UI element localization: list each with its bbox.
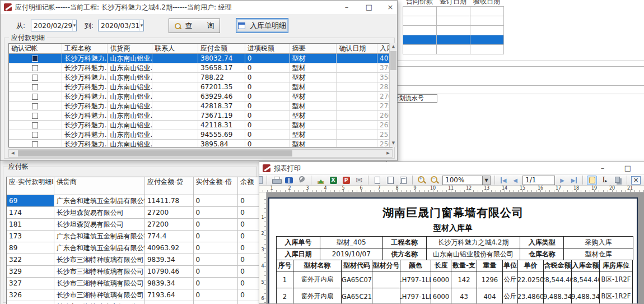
tax-cell[interactable]: 0 — [245, 54, 290, 63]
inbound-detail-button[interactable]: 入库单明细 — [236, 18, 288, 33]
table-row[interactable]: 326 长沙市三湘特种玻璃有限公司 7193.64 0 0 — [7, 289, 269, 301]
table-row-selected[interactable] — [403, 35, 504, 44]
tax-cell[interactable]: 0 — [245, 121, 290, 130]
table-row[interactable]: 327 长沙市三湘特种玻璃有限公司 9839.34 0 0 — [7, 278, 269, 289]
table-row[interactable]: 长沙万科魅力... 山东南山铝业... 788.22 0 型材 358 — [9, 73, 392, 82]
supplier-cell[interactable]: 长沙坦森贸易有限公司 — [54, 219, 145, 231]
supplier-cell[interactable]: 长沙市三湘特种玻璃有限公司 — [54, 266, 145, 278]
confirm-checkbox[interactable] — [32, 103, 38, 109]
confirm-checkbox[interactable] — [32, 75, 38, 81]
tax-cell[interactable]: 0 — [245, 92, 290, 102]
project-cell[interactable]: 长沙万科魅力... — [62, 73, 108, 82]
credit-cell[interactable]: 11411.78 — [145, 195, 194, 207]
table-row[interactable]: 322 长沙市三湘特种玻璃有限公司 9839.34 0 0 — [7, 254, 269, 266]
confirm-checkbox[interactable] — [32, 122, 38, 128]
summary-cell[interactable]: 型材 — [290, 63, 337, 73]
id-cell[interactable]: 326 — [7, 289, 54, 301]
tax-cell[interactable]: 0 — [245, 140, 290, 147]
project-cell[interactable]: 长沙万科魅力... — [62, 130, 108, 140]
project-cell[interactable]: 长沙万科魅力... — [62, 111, 108, 121]
confirm-checkbox[interactable] — [32, 113, 38, 119]
confirm-checkbox[interactable] — [32, 94, 38, 100]
table-row[interactable] — [403, 44, 504, 54]
page-indicator[interactable]: 1/1 — [522, 176, 555, 185]
credit-cell[interactable]: 9839.34 — [145, 278, 194, 289]
table-row[interactable]: 长沙万科魅力... 山东南山铝业... 35658.17 0 型材 376 — [9, 63, 392, 73]
contact-cell[interactable] — [152, 130, 198, 140]
table-row[interactable]: 长沙万科魅力... 山东南山铝业... 3895.84 0 型材 250 — [9, 140, 392, 147]
supplier-cell[interactable]: 广东合和建筑五金制品有限公司 — [54, 242, 145, 254]
export-excel-button[interactable]: X — [328, 176, 338, 185]
contact-cell[interactable] — [152, 54, 198, 63]
supplier-cell[interactable]: 广东合和建筑五金制品有限公司 — [54, 231, 145, 242]
amount-cell[interactable]: 38032.74 — [198, 54, 245, 63]
sidebar-toggle-icon[interactable] — [259, 176, 263, 184]
supplier-cell[interactable]: 长沙市三湘特种玻璃有限公司 — [54, 254, 145, 266]
close-button[interactable]: × — [641, 163, 644, 173]
debit-cell[interactable] — [194, 301, 239, 304]
zoom-in-button[interactable]: + — [417, 176, 427, 185]
amount-cell[interactable]: 35658.17 — [198, 63, 245, 73]
debit-cell[interactable]: 0 — [194, 231, 239, 242]
table-row[interactable]: 长沙市三湘特种玻璃有限公司 — [7, 301, 269, 304]
project-cell[interactable]: 长沙万科魅力... — [62, 82, 108, 92]
contact-cell[interactable] — [152, 111, 198, 121]
credit-cell[interactable]: 27200 — [145, 219, 194, 231]
confirm-date-cell[interactable] — [337, 140, 377, 147]
close-preview-button[interactable]: ✕ — [631, 176, 641, 185]
amount-cell[interactable]: 42118.31 — [198, 121, 245, 130]
debit-cell[interactable]: 0 — [194, 242, 239, 254]
contact-cell[interactable] — [152, 82, 198, 92]
amount-cell[interactable]: 67201.35 — [198, 82, 245, 92]
chevron-down-icon[interactable]: ▼ — [482, 176, 490, 185]
scrollbar-thumb[interactable] — [18, 150, 292, 156]
confirm-checkbox[interactable] — [32, 65, 38, 71]
facing-page-view-button[interactable] — [385, 176, 395, 185]
supplier-cell[interactable]: 长沙市三湘特种玻璃有限公司 — [54, 301, 145, 304]
id-cell[interactable] — [7, 301, 54, 304]
table-row[interactable]: 长沙万科魅力... 山东南山铝业... 38032.74 0 型材 405 — [9, 54, 392, 63]
summary-cell[interactable]: 型材 — [290, 102, 337, 111]
export-mail-button[interactable]: ✉ — [354, 176, 364, 185]
supplier-cell[interactable]: 山东南山铝业... — [108, 82, 152, 92]
debit-cell[interactable]: 0 — [194, 195, 239, 207]
table-row[interactable]: 长沙万科魅力... 山东南山铝业... 73671.19 0 型材 266 — [9, 111, 392, 121]
id-cell[interactable]: 69 — [7, 195, 54, 207]
debit-cell[interactable]: 0 — [194, 207, 239, 219]
confirm-date-cell[interactable] — [337, 63, 377, 73]
credit-cell[interactable] — [145, 301, 194, 304]
confirm-date-cell[interactable] — [337, 73, 377, 82]
amount-cell[interactable]: 73671.19 — [198, 111, 245, 121]
project-cell[interactable]: 长沙万科魅力... — [62, 63, 108, 73]
confirm-date-cell[interactable] — [337, 121, 377, 130]
amount-cell[interactable]: 42818.37 — [198, 102, 245, 111]
text-select-tool-button[interactable]: I — [600, 176, 610, 185]
tax-cell[interactable]: 0 — [245, 82, 290, 92]
scroll-up-icon[interactable]: ▲ — [390, 43, 397, 50]
id-cell[interactable]: 327 — [7, 278, 54, 289]
summary-cell[interactable]: 型材 — [290, 54, 337, 63]
tax-cell[interactable]: 0 — [245, 111, 290, 121]
table-row[interactable]: 长沙万科魅力... 山东南山铝业... 94555.69 0 型材 251 — [9, 130, 392, 140]
tax-cell[interactable]: 0 — [245, 102, 290, 111]
table-row[interactable]: 173 广东合和建筑五金制品有限公司 774.4 0 0 — [7, 231, 269, 242]
credit-cell[interactable]: 7193.64 — [145, 289, 194, 301]
confirm-date-cell[interactable] — [337, 111, 377, 121]
single-page-view-button[interactable] — [372, 176, 382, 185]
print-button[interactable] — [271, 176, 281, 185]
confirm-checkbox[interactable] — [32, 132, 38, 138]
confirm-date-cell[interactable] — [337, 82, 377, 92]
debit-cell[interactable]: 0 — [194, 266, 239, 278]
multi-page-view-button[interactable] — [398, 176, 408, 185]
supplier-cell[interactable]: 长沙坦森贸易有限公司 — [54, 207, 145, 219]
supplier-cell[interactable]: 山东南山铝业... — [108, 111, 152, 121]
maximize-button[interactable]: □ — [620, 163, 635, 173]
table-row[interactable]: 长沙万科魅力... 山东南山铝业... 42818.37 0 型材 275 — [9, 102, 392, 111]
last-page-button[interactable]: ▶ — [570, 177, 578, 183]
id-cell[interactable]: 322 — [7, 254, 54, 266]
summary-cell[interactable]: 型材 — [290, 82, 337, 92]
summary-cell[interactable]: 型材 — [290, 121, 337, 130]
project-cell[interactable]: 长沙万科魅力... — [62, 54, 108, 63]
tax-cell[interactable]: 0 — [245, 63, 290, 73]
id-cell[interactable]: 174 — [7, 207, 54, 219]
